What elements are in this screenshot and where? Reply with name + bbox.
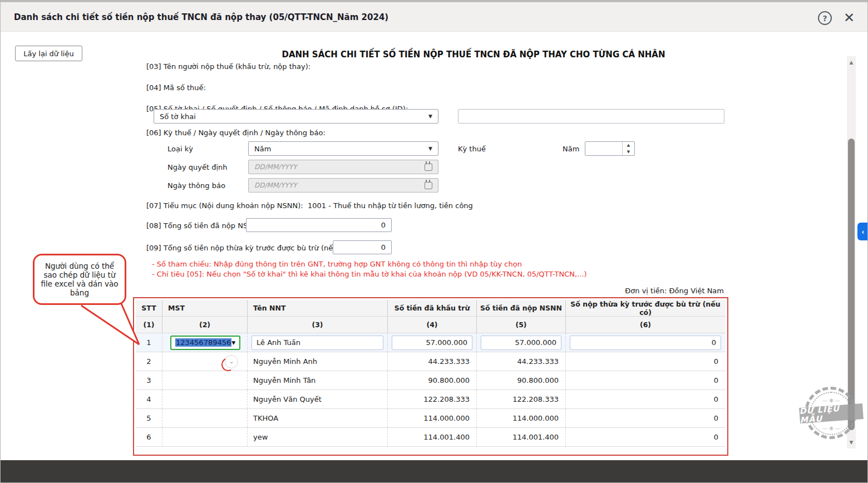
- chevron-down-icon: ▼: [231, 340, 235, 346]
- detail-table: STTMSTTên NNTSố tiền đã khấu trừSố tiền …: [136, 300, 726, 447]
- table-index-row: (1)(2)(3)(4)(5)(6): [136, 317, 726, 333]
- field-09-label: [09] Tổng số tiền nộp thừa kỳ trước được…: [146, 244, 353, 252]
- column-header: STT: [136, 300, 162, 316]
- column-header: Số nộp thừa kỳ trước được bù trừ (nếu có…: [566, 300, 725, 316]
- calendar-icon[interactable]: [425, 164, 432, 171]
- cell-paid: 114.000.000: [477, 409, 566, 427]
- side-panel-expander[interactable]: ‹: [857, 223, 868, 240]
- cell-name: TKHOA: [248, 409, 388, 427]
- cell-withheld: 114.001.400: [388, 428, 477, 446]
- cell-name: Lê Anh Tuấn: [248, 333, 388, 352]
- currency-note: Đơn vị tiền: Đồng Việt Nam: [625, 287, 724, 295]
- cell-offset: 0: [566, 390, 725, 408]
- stamp-label: DỮ LIỆU MẪU: [799, 403, 864, 423]
- mst-combobox[interactable]: 123456789456▼: [170, 336, 240, 350]
- cell-offset: 0: [566, 371, 725, 390]
- detail-table-frame: STTMSTTên NNTSố tiền đã khấu trừSố tiền …: [133, 297, 728, 456]
- cell-name: Nguyễn Văn Quyết: [248, 390, 388, 408]
- dialog-window: Danh sách chi tiết số tiền nộp thuế TNCN…: [0, 0, 868, 483]
- column-index: (2): [162, 317, 248, 333]
- table-row: 3Nguyễn Minh Tân90.800.00090.800.0000: [136, 371, 726, 390]
- cell-stt: 5: [136, 409, 162, 427]
- cell-mst: [162, 409, 248, 427]
- callout-bubble: Người dùng có thể sao chép dữ liệu từ fi…: [33, 254, 126, 305]
- cell-stt: 6: [136, 428, 162, 446]
- previous-offset-input[interactable]: 0: [333, 240, 392, 254]
- declaration-type-value: Số tờ khai: [160, 112, 196, 121]
- year-input[interactable]: [585, 142, 622, 155]
- cell-withheld: 90.800.000: [388, 371, 477, 390]
- spin-down-icon[interactable]: ▼: [623, 149, 634, 155]
- cell-paid: 57.000.000: [477, 333, 566, 352]
- stamp-ornament: — ✻ —: [800, 426, 863, 431]
- notice-date-field: DD/MM/YYYY: [248, 178, 438, 193]
- mst-selected-text: 123456789456: [175, 338, 231, 347]
- cell-name: Nguyễn Minh Anh: [248, 352, 388, 371]
- column-index: (5): [477, 317, 566, 333]
- cell-paid: 122.208.333: [477, 390, 566, 408]
- cell-withheld: 122.208.333: [388, 390, 477, 408]
- column-header: Số tiền đã khấu trừ: [388, 300, 477, 316]
- calendar-icon[interactable]: [425, 182, 432, 189]
- close-icon[interactable]: ✕: [841, 9, 857, 26]
- dialog-titlebar: Danh sách chi tiết số tiền nộp thuế TNCN…: [1, 1, 868, 32]
- cell-paid: 114.001.400: [477, 428, 566, 446]
- notice-date-placeholder: DD/MM/YYYY: [254, 181, 297, 189]
- field-03-label: [03] Tên người nộp thuế (khấu trừ, nộp t…: [146, 62, 310, 71]
- field-08-label: [08] Tổng số tiền đã nộp NSNN:: [146, 221, 261, 230]
- column-index: (4): [388, 317, 477, 333]
- period-type-value: Năm: [254, 145, 271, 153]
- reload-data-button[interactable]: Lấy lại dữ liệu: [15, 46, 82, 61]
- column-header: MST: [162, 300, 248, 316]
- cell-mst: ⌄: [162, 352, 248, 371]
- cell-paid: 44.233.333: [477, 352, 566, 371]
- column-header: Tên NNT: [248, 300, 388, 316]
- cell-offset: 0: [566, 333, 725, 352]
- cell-name: yew: [248, 428, 388, 446]
- field-04-label: [04] Mã số thuế:: [146, 83, 206, 92]
- cell-withheld-input[interactable]: 57.000.000: [392, 336, 472, 350]
- cell-offset: 0: [566, 352, 725, 371]
- decision-date-label: Ngày quyết định: [167, 163, 228, 171]
- cell-paid: 90.800.000: [477, 371, 566, 390]
- table-row: 5TKHOA114.000.000114.000.0000: [136, 409, 726, 428]
- chevron-down-icon: ▼: [428, 146, 432, 151]
- column-index: (3): [248, 317, 388, 333]
- declaration-type-select[interactable]: Số tờ khai ▼: [154, 109, 438, 124]
- cell-withheld: 114.000.000: [388, 409, 477, 427]
- decision-date-field: DD/MM/YYYY: [248, 160, 438, 174]
- total-paid-input[interactable]: 0: [246, 218, 392, 232]
- period-type-label: Loại kỳ: [167, 145, 193, 153]
- notice-date-label: Ngày thông báo: [167, 181, 225, 190]
- dialog-title: Danh sách chi tiết số tiền nộp thuế TNCN…: [14, 12, 388, 22]
- cell-paid-input[interactable]: 57.000.000: [481, 336, 561, 350]
- note-line-1: - Số tham chiếu: Nhập đúng thông tin trê…: [152, 260, 522, 268]
- help-icon[interactable]: ?: [818, 11, 832, 25]
- cell-mst: [162, 371, 248, 390]
- scroll-up-icon[interactable]: ▲: [847, 58, 856, 67]
- cell-name-input[interactable]: Lê Anh Tuấn: [251, 336, 383, 350]
- cell-mst: [162, 390, 248, 408]
- period-type-select[interactable]: Năm ▼: [248, 141, 438, 156]
- year-stepper[interactable]: ▲ ▼: [585, 141, 635, 156]
- sample-data-stamp: — ✻ — DỮ LIỆU MẪU — ✻ —: [800, 386, 863, 448]
- decision-date-placeholder: DD/MM/YYYY: [254, 163, 297, 171]
- mst-dropdown-button[interactable]: ⌄: [225, 355, 238, 368]
- note-line-2: - Chỉ tiêu [05]: Nếu chọn "Số tờ khai" t…: [152, 270, 587, 278]
- cell-stt: 1: [136, 333, 162, 352]
- field-06-label: [06] Kỳ thuế / Ngày quyết định / Ngày th…: [146, 129, 326, 137]
- field-07-value: 1001 - Thuế thu nhập từ tiền lương, tiền…: [308, 201, 473, 210]
- table-row: 4Nguyễn Văn Quyết122.208.333122.208.3330: [136, 390, 726, 409]
- chevron-down-icon: ▼: [428, 114, 432, 119]
- cell-offset: 0: [566, 428, 725, 446]
- cell-stt: 4: [136, 390, 162, 408]
- cell-offset-input[interactable]: 0: [570, 336, 721, 350]
- table-row: 1123456789456▼Lê Anh Tuấn57.000.00057.00…: [136, 333, 726, 352]
- spin-up-icon[interactable]: ▲: [623, 142, 634, 149]
- page-title: DANH SÁCH CHI TIẾT SỐ TIỀN NỘP THUẾ TNCN…: [223, 50, 724, 60]
- cell-stt: 3: [136, 371, 162, 390]
- footer-bar: Hủy Cắt Cắt và In ▼: [1, 460, 868, 483]
- tax-period-label: Kỳ thuế: [458, 145, 486, 153]
- cell-stt: 2: [136, 352, 162, 371]
- reference-number-input[interactable]: [458, 109, 724, 124]
